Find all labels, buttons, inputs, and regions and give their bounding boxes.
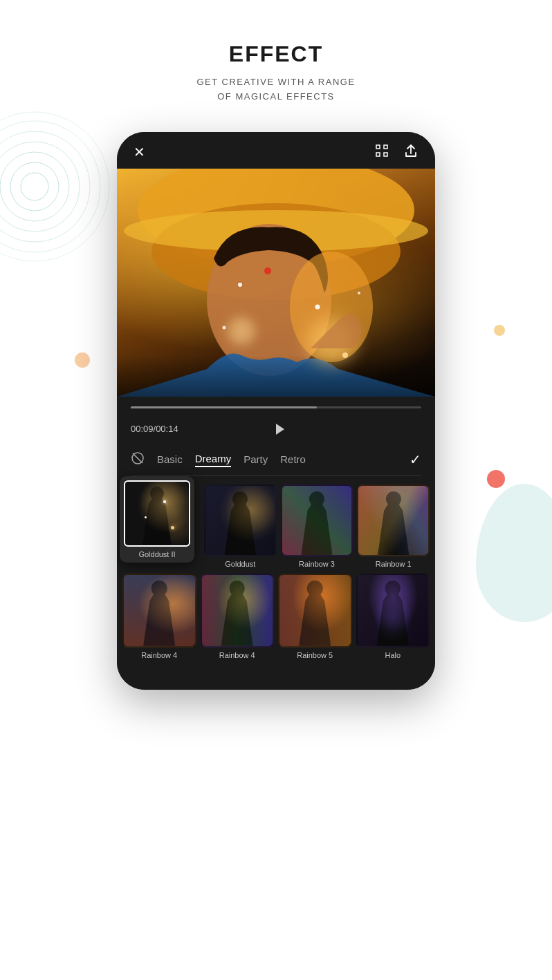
effect-thumb-rainbow4	[122, 574, 196, 648]
effect-row-2: Rainbow 4 Rainbow 4	[122, 574, 430, 659]
playback-row: 00:09/00:14	[131, 418, 421, 440]
effect-item-rainbow5[interactable]: Rainbow 5	[278, 574, 352, 659]
close-button[interactable]: ✕	[134, 144, 145, 160]
timeline-bar[interactable]	[131, 406, 421, 408]
video-preview	[117, 169, 435, 397]
effect-tabs: Basic Dreamy Party Retro ✓	[131, 451, 421, 476]
page-subtitle: GET CREATIVE WITH A RANGEOF MAGICAL EFFE…	[14, 75, 538, 104]
svg-point-19	[238, 283, 242, 287]
silhouette-halo	[358, 575, 429, 646]
effect-item-rainbow4b[interactable]: Rainbow 4	[201, 574, 275, 659]
effect-label-rainbow5: Rainbow 5	[297, 651, 333, 659]
play-button[interactable]	[268, 418, 290, 440]
time-display: 00:09/00:14	[131, 424, 178, 434]
tab-retro[interactable]: Retro	[280, 453, 306, 467]
tab-dreamy[interactable]: Dreamy	[195, 453, 232, 467]
svg-point-16	[228, 317, 255, 345]
silhouette-rainbow5	[279, 575, 351, 646]
effect-item-rainbow4[interactable]: Rainbow 4	[122, 574, 196, 659]
svg-rect-10	[384, 153, 387, 156]
effect-thumb-rainbow5	[278, 574, 352, 648]
share-button[interactable]	[403, 143, 418, 162]
svg-point-20	[315, 304, 320, 309]
effect-label-rainbow4b: Rainbow 4	[219, 651, 255, 659]
effect-label-rainbow4a: Rainbow 4	[141, 651, 177, 659]
effect-label-rainbow1: Rainbow 1	[376, 560, 412, 568]
silhouette-rainbow3	[282, 486, 352, 556]
effect-label-halo: Halo	[385, 651, 401, 659]
phone-topbar: ✕	[117, 132, 435, 169]
effect-item-rainbow1[interactable]: Rainbow 1	[357, 484, 430, 569]
svg-point-11	[138, 169, 414, 265]
phone-mockup: ✕	[117, 132, 435, 690]
silhouette-rainbow1	[358, 486, 428, 556]
svg-point-14	[207, 224, 331, 376]
effect-thumb-rainbow4b	[201, 574, 275, 648]
effect-item-golddust[interactable]: Golddust	[204, 484, 277, 569]
effect-thumb-rainbow1	[357, 484, 430, 557]
svg-point-23	[358, 292, 360, 294]
timeline-progress	[131, 406, 317, 408]
effect-label-rainbow3: Rainbow 3	[299, 560, 335, 568]
svg-line-25	[133, 453, 142, 463]
svg-rect-7	[376, 145, 380, 149]
fullscreen-button[interactable]	[374, 143, 389, 162]
page-header: EFFECT GET CREATIVE WITH A RANGEOF MAGIC…	[0, 0, 552, 125]
silhouette-rainbow4b	[202, 575, 273, 646]
selected-effect-label: Golddust II	[124, 550, 190, 558]
svg-point-13	[124, 210, 428, 252]
svg-rect-8	[384, 145, 387, 149]
effect-reset-icon[interactable]	[131, 451, 145, 469]
tab-basic[interactable]: Basic	[157, 453, 183, 467]
svg-rect-9	[376, 153, 380, 156]
svg-point-15	[290, 252, 373, 362]
tab-party[interactable]: Party	[243, 453, 268, 467]
effect-thumb-halo	[356, 574, 430, 648]
selected-effect-popup[interactable]: Golddust II	[120, 476, 194, 563]
topbar-left: ✕	[134, 144, 145, 160]
effect-grid: Golddust II Golddust	[117, 476, 435, 676]
silhouette-golddust	[205, 486, 275, 556]
page-title: EFFECT	[14, 41, 538, 67]
effect-item-rainbow3[interactable]: Rainbow 3	[281, 484, 353, 569]
play-icon	[276, 424, 284, 435]
topbar-right	[374, 143, 418, 162]
effect-thumb-rainbow3	[281, 484, 353, 557]
video-image	[117, 169, 435, 397]
phone-bottom	[117, 676, 435, 690]
video-fade	[117, 355, 435, 397]
svg-point-12	[151, 203, 401, 300]
svg-point-18	[264, 267, 271, 274]
silhouette-rainbow4	[124, 575, 195, 646]
phone-container: ✕	[0, 132, 552, 690]
svg-point-21	[223, 326, 226, 329]
confirm-button[interactable]: ✓	[410, 451, 421, 468]
effect-label-golddust: Golddust	[225, 560, 255, 568]
selected-effect-thumb	[124, 480, 190, 547]
controls-area: 00:09/00:14 Basic Dreamy Party Retro	[117, 397, 435, 476]
effect-item-halo[interactable]: Halo	[356, 574, 430, 659]
effect-thumb-golddust	[204, 484, 277, 557]
